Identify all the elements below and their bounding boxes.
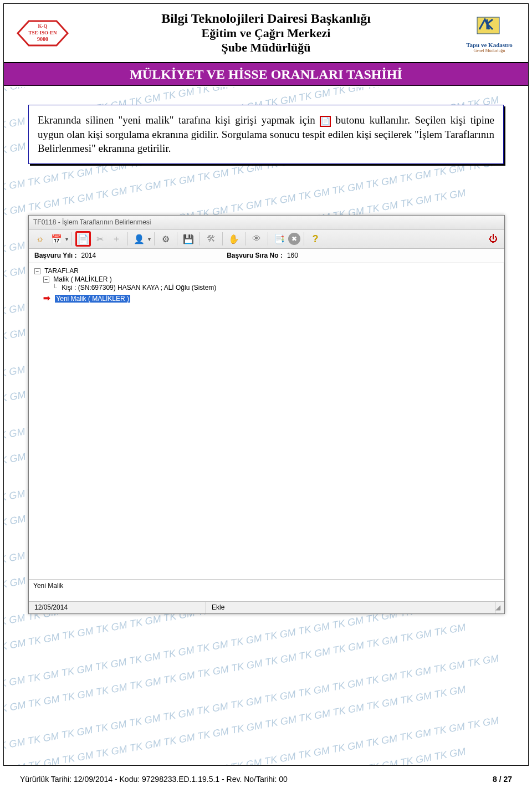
- toolbar-separator: [200, 232, 200, 245]
- resize-grip-icon[interactable]: ◢: [495, 603, 504, 611]
- red-arrow-icon: ➡: [43, 293, 53, 303]
- footer-left: Yürürlük Tarihi: 12/09/2014 - Kodu: 9729…: [20, 775, 288, 784]
- toolbar-new-document-button[interactable]: 📄: [75, 231, 91, 247]
- header-line-2: Eğitim ve Çağrı Merkezi: [81, 26, 451, 40]
- toolbar-separator: [245, 232, 245, 245]
- info-row: Başvuru Yılı : 2014 Başvuru Sıra No : 16…: [29, 249, 504, 263]
- tree-kisi-label: Kişi : (SN:697309) HASAN KAYA ; ALİ Oğlu…: [62, 284, 216, 291]
- toolbar-separator: [71, 232, 72, 245]
- collapse-icon[interactable]: −: [34, 268, 40, 274]
- header-titles: Bilgi Teknolojileri Dairesi Başkanlığı E…: [81, 11, 451, 55]
- basvuru-yili-value: 2014: [81, 252, 96, 259]
- toolbar-cut-button[interactable]: ✂: [92, 231, 108, 247]
- toolbar-tool-button[interactable]: 🛠: [203, 231, 219, 247]
- tree-connector-icon: └: [52, 284, 60, 291]
- toolbar: ☼ 📅 ▾ 📄 ✂ ＋ 👤 ▾ ⚙ 💾 🛠 ✋ 👁: [29, 230, 504, 249]
- right-logo-sub: Genel Müdürlüğü: [473, 48, 505, 53]
- toolbar-settings-button[interactable]: ⚙: [158, 231, 173, 247]
- toolbar-copy-button[interactable]: 📑: [272, 231, 287, 247]
- tree-kisi[interactable]: └ Kişi : (SN:697309) HASAN KAYA ; ALİ Oğ…: [52, 283, 499, 292]
- tree-yeni-malik[interactable]: ➡ Yeni Malik ( MALİKLER ): [43, 293, 499, 304]
- body-area: − TARAFLAR − Malik ( MALİKLER ) └: [29, 263, 504, 579]
- tree-view[interactable]: − TARAFLAR − Malik ( MALİKLER ) └: [29, 263, 504, 579]
- toolbar-help-button[interactable]: ?: [308, 231, 323, 247]
- selection-bar: Yeni Malik: [29, 579, 504, 601]
- toolbar-person-button[interactable]: 👤: [131, 231, 147, 247]
- dropdown-icon[interactable]: ▾: [148, 236, 151, 242]
- toolbar-save-button[interactable]: 💾: [181, 231, 196, 247]
- document-header: K-Q TSE-ISO-EN 9000 Bilgi Teknolojileri …: [4, 4, 528, 63]
- dropdown-icon[interactable]: ▾: [65, 236, 68, 242]
- header-line-3: Şube Müdürlüğü: [81, 40, 451, 55]
- svg-text:K-Q: K-Q: [38, 23, 48, 29]
- header-line-1: Bilgi Teknolojileri Dairesi Başkanlığı: [81, 11, 451, 26]
- status-date: 12/05/2014: [29, 602, 206, 613]
- instruction-text-1: Ekranında silinen "yeni malik" tarafına …: [38, 114, 320, 126]
- toolbar-calendar-button[interactable]: 📅: [49, 231, 64, 247]
- app-window: TF0118 - İşlem Taraflarının Belirlenmesi…: [28, 215, 505, 614]
- section-title-bar: MÜLKİYET VE HİSSE ORANLARI TASHİHİ: [4, 63, 528, 86]
- document-button-icon: [320, 116, 331, 127]
- toolbar-separator: [304, 232, 304, 245]
- window-title: TF0118 - İşlem Taraflarının Belirlenmesi: [33, 218, 151, 226]
- basvuru-sira-label: Başvuru Sıra No :: [227, 252, 283, 259]
- footer-page-number: 8 / 27: [493, 775, 512, 784]
- toolbar-add-button[interactable]: ＋: [109, 231, 124, 247]
- toolbar-separator: [127, 232, 128, 245]
- toolbar-separator: [268, 232, 268, 245]
- left-logo: K-Q TSE-ISO-EN 9000: [4, 17, 81, 50]
- page-footer: Yürürlük Tarihi: 12/09/2014 - Kodu: 9729…: [20, 775, 512, 784]
- tk-logo-icon: [473, 13, 506, 42]
- status-mode: Ekle: [206, 602, 495, 613]
- iso-logo-icon: K-Q TSE-ISO-EN 9000: [12, 17, 73, 50]
- tree-malik-label: Malik ( MALİKLER ): [53, 275, 111, 283]
- basvuru-yili-label: Başvuru Yılı :: [34, 252, 76, 259]
- toolbar-separator: [154, 232, 155, 245]
- content-area: Ekranında silinen "yeni malik" tarafına …: [4, 86, 528, 614]
- instruction-box: Ekranında silinen "yeni malik" tarafına …: [28, 105, 504, 164]
- toolbar-exit-button[interactable]: ⏻: [485, 231, 501, 247]
- svg-text:TSE-ISO-EN: TSE-ISO-EN: [28, 30, 57, 35]
- tree-root-label: TARAFLAR: [44, 267, 79, 275]
- toolbar-close-button[interactable]: ✖: [288, 233, 300, 245]
- tree-root[interactable]: − TARAFLAR − Malik ( MALİKLER ) └: [34, 267, 499, 304]
- toolbar-hand-button[interactable]: ✋: [226, 231, 242, 247]
- section-title: MÜLKİYET VE HİSSE ORANLARI TASHİHİ: [130, 67, 402, 82]
- toolbar-sun-button[interactable]: ☼: [32, 231, 48, 247]
- svg-text:9000: 9000: [37, 36, 48, 42]
- statusbar: 12/05/2014 Ekle ◢: [29, 601, 504, 613]
- tree-malik[interactable]: − Malik ( MALİKLER ) └ Kişi : (SN:697309…: [43, 275, 499, 293]
- tree-yeni-malik-label: Yeni Malik ( MALİKLER ): [55, 295, 130, 303]
- window-titlebar: TF0118 - İşlem Taraflarının Belirlenmesi: [29, 216, 504, 230]
- basvuru-sira-value: 160: [287, 252, 298, 259]
- page-frame: K-Q TSE-ISO-EN 9000 Bilgi Teknolojileri …: [3, 3, 529, 766]
- right-logo: Tapu ve Kadastro Genel Müdürlüğü: [451, 13, 528, 53]
- toolbar-separator: [177, 232, 177, 245]
- toolbar-view-button[interactable]: 👁: [249, 231, 264, 247]
- toolbar-separator: [222, 232, 223, 245]
- collapse-icon[interactable]: −: [43, 277, 49, 283]
- selection-text: Yeni Malik: [33, 582, 63, 590]
- right-logo-text: Tapu ve Kadastro: [466, 42, 513, 48]
